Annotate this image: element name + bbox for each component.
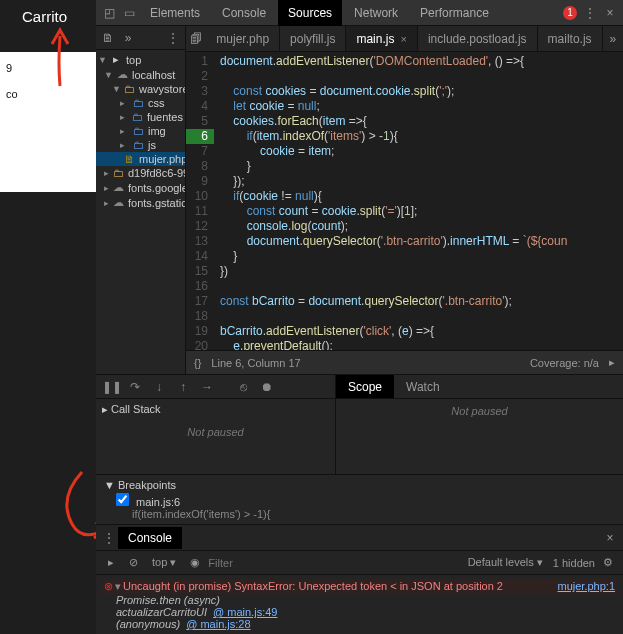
error-icon: ⊗ — [104, 580, 113, 592]
hidden-count[interactable]: 1 hidden — [553, 557, 595, 569]
pause-exceptions-icon[interactable]: ⏺ — [258, 380, 276, 394]
debug-controls: ❚❚ ↷ ↓ ↑ → ⎋ ⏺ — [96, 375, 335, 399]
file-tree[interactable]: ▼▸top ▼☁localhost ▼🗀wavystore ▸🗀css ▸🗀fu… — [96, 50, 185, 212]
device-toggle-icon[interactable]: ▭ — [120, 6, 138, 20]
log-levels-selector[interactable]: Default levels ▾ — [462, 556, 549, 569]
callstack-header[interactable]: ▸ Call Stack — [102, 401, 329, 418]
expand-icon[interactable]: ▸ — [609, 356, 615, 369]
breakpoint-checkbox[interactable] — [116, 493, 129, 506]
sources-sidebar: 🗎 » ⋮ ▼▸top ▼☁localhost ▼🗀wavystore ▸🗀cs… — [96, 26, 186, 374]
gear-icon[interactable]: ⚙ — [599, 556, 617, 569]
breakpoints-header[interactable]: ▼ Breakpoints — [104, 479, 615, 491]
file-tabs: 🗐 mujer.php polyfill.js main.js× include… — [186, 26, 623, 52]
not-paused-right: Not paused — [336, 399, 623, 423]
tree-folder-img[interactable]: ▸🗀img — [96, 124, 185, 138]
tree-host-localhost[interactable]: ▼☁localhost — [96, 67, 185, 82]
more-tabs-icon[interactable]: » — [603, 26, 623, 51]
trace-link[interactable]: @ main.js:49 — [213, 606, 277, 618]
editor-statusbar: {} Line 6, Column 17 Coverage: n/a ▸ — [186, 350, 623, 374]
live-expression-icon[interactable]: ◉ — [186, 556, 204, 569]
tab-network[interactable]: Network — [344, 0, 408, 26]
console-filter-input[interactable] — [208, 557, 298, 569]
tree-folder-fuentes[interactable]: ▸🗀fuentes — [96, 110, 185, 124]
coverage-status[interactable]: Coverage: n/a — [530, 357, 599, 369]
kebab-icon[interactable]: ⋮ — [165, 31, 181, 45]
tree-host-gstatic[interactable]: ▸☁fonts.gstatic.com — [96, 195, 185, 210]
breakpoint-file: main.js:6 — [136, 496, 180, 508]
close-icon[interactable]: × — [601, 6, 619, 20]
chevron-down-icon[interactable]: ▾ — [115, 580, 121, 592]
trace-link[interactable]: @ main.js:28 — [186, 618, 250, 630]
breakpoint-condition: if(item.indexOf('items') > -1){ — [104, 508, 615, 520]
tree-folder-wavystore[interactable]: ▼🗀wavystore — [96, 82, 185, 96]
step-over-icon[interactable]: ↷ — [126, 380, 144, 394]
devtools-panel: ◰ ▭ Elements Console Sources Network Per… — [96, 0, 623, 634]
nav-back-icon[interactable]: 🗐 — [186, 26, 206, 51]
console-toolbar: ▸ ⊘ top ▾ ◉ Default levels ▾ 1 hidden ⚙ — [96, 551, 623, 575]
close-icon[interactable]: × — [400, 33, 406, 45]
filetab-main[interactable]: main.js× — [346, 26, 417, 51]
page-text-1: 9 — [6, 62, 90, 74]
tree-folder-js[interactable]: ▸🗀js — [96, 138, 185, 152]
more-tabs-icon[interactable]: » — [120, 31, 136, 45]
tab-performance[interactable]: Performance — [410, 0, 499, 26]
page-content-strip: 9 co — [0, 52, 96, 192]
filetab-postload[interactable]: include.postload.js — [418, 26, 538, 51]
filetab-mujer[interactable]: mujer.php — [206, 26, 280, 51]
tree-top[interactable]: ▼▸top — [96, 52, 185, 67]
deactivate-bp-icon[interactable]: ⎋ — [234, 380, 252, 394]
console-drawer: ⋮ Console × ▸ ⊘ top ▾ ◉ Default levels ▾… — [96, 524, 623, 634]
filetab-mailto[interactable]: mailto.js — [538, 26, 603, 51]
tab-watch[interactable]: Watch — [394, 375, 452, 398]
console-trace-row: Promise.then (async) — [102, 594, 617, 606]
error-source-link[interactable]: mujer.php:1 — [558, 580, 615, 592]
console-output[interactable]: ⊗▾Uncaught (in promise) SyntaxError: Une… — [96, 575, 623, 634]
not-paused-left: Not paused — [96, 420, 335, 444]
tab-elements[interactable]: Elements — [140, 0, 210, 26]
error-count-badge[interactable]: 1 — [563, 6, 577, 20]
drawer-tab-console[interactable]: Console — [118, 527, 182, 549]
step-icon[interactable]: → — [198, 380, 216, 394]
page-under-devtools: Carrito 9 co — [0, 0, 96, 634]
breakpoints-section: ▼ Breakpoints main.js:6 if(item.indexOf(… — [96, 474, 623, 524]
page-text-2: co — [6, 88, 90, 100]
context-selector[interactable]: top ▾ — [146, 556, 182, 569]
kebab-icon[interactable]: ⋮ — [100, 531, 118, 545]
close-icon[interactable]: × — [601, 531, 619, 545]
clear-console-icon[interactable]: ⊘ — [124, 556, 142, 569]
console-trace-row: (anonymous)@ main.js:28 — [102, 618, 617, 630]
tab-scope[interactable]: Scope — [336, 375, 394, 398]
cart-button-label[interactable]: Carrito — [0, 0, 96, 25]
step-out-icon[interactable]: ↑ — [174, 380, 192, 394]
pause-icon[interactable]: ❚❚ — [102, 380, 120, 394]
inspect-icon[interactable]: ◰ — [100, 6, 118, 20]
console-error-row[interactable]: ⊗▾Uncaught (in promise) SyntaxError: Une… — [102, 579, 617, 594]
braces-icon[interactable]: {} — [194, 357, 201, 369]
tab-console[interactable]: Console — [212, 0, 276, 26]
breakpoint-item[interactable]: main.js:6 — [104, 491, 615, 508]
editor-pane: 🗐 mujer.php polyfill.js main.js× include… — [186, 26, 623, 374]
cursor-position: Line 6, Column 17 — [211, 357, 300, 369]
code-editor[interactable]: 1234567891011121314151617181920212223242… — [186, 52, 623, 350]
page-pane-icon[interactable]: 🗎 — [100, 31, 116, 45]
console-trace-row: actualizarCarritoUI@ main.js:49 — [102, 606, 617, 618]
debugger-pane: ❚❚ ↷ ↓ ↑ → ⎋ ⏺ ▸ Call Stack Not paused S… — [96, 374, 623, 474]
kebab-icon[interactable]: ⋮ — [581, 6, 599, 20]
tree-folder-hash[interactable]: ▸🗀d19fd8c6-9988 — [96, 166, 185, 180]
tree-host-googleapis[interactable]: ▸☁fonts.googleapis. — [96, 180, 185, 195]
tree-file-mujer[interactable]: 🗎mujer.php — [96, 152, 185, 166]
step-into-icon[interactable]: ↓ — [150, 380, 168, 394]
tab-sources[interactable]: Sources — [278, 0, 342, 26]
filetab-polyfill[interactable]: polyfill.js — [280, 26, 346, 51]
devtools-tabbar: ◰ ▭ Elements Console Sources Network Per… — [96, 0, 623, 26]
tree-folder-css[interactable]: ▸🗀css — [96, 96, 185, 110]
sidebar-toggle-icon[interactable]: ▸ — [102, 556, 120, 569]
